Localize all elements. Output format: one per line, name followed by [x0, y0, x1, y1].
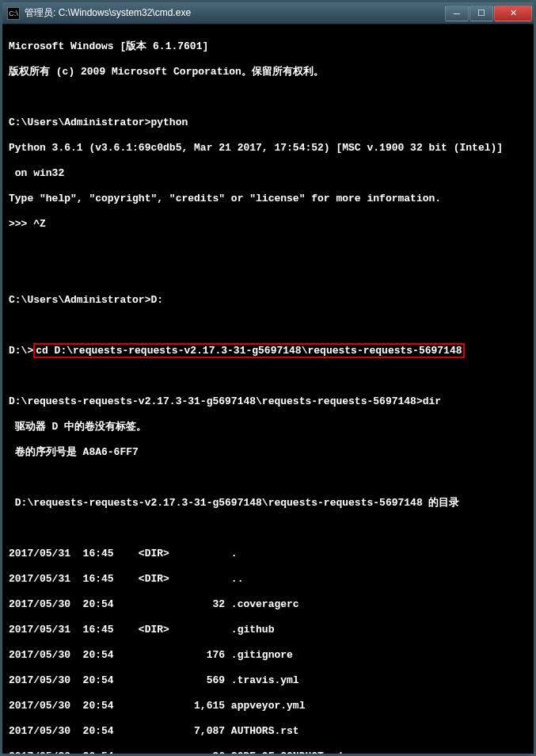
- volume-info: 驱动器 D 中的卷没有标签。: [9, 421, 527, 433]
- window-title: 管理员: C:\Windows\system32\cmd.exe: [25, 6, 444, 20]
- title-bar[interactable]: C:\ 管理员: C:\Windows\system32\cmd.exe ─ ☐…: [2, 2, 534, 25]
- python-exit: >>> ^Z: [9, 218, 527, 231]
- app-icon: C:\: [7, 7, 20, 20]
- cmd-window: C:\ 管理员: C:\Windows\system32\cmd.exe ─ ☐…: [2, 2, 534, 754]
- python-version: on win32: [9, 167, 527, 180]
- window-controls: ─ ☐ ✕: [444, 6, 532, 21]
- banner-line: Microsoft Windows [版本 6.1.7601]: [9, 40, 527, 53]
- highlighted-command-cd: cd D:\requests-requests-v2.17.3-31-g5697…: [33, 343, 464, 358]
- volume-serial: 卷的序列号是 A8A6-6FF7: [9, 446, 527, 459]
- dir-entry: 2017/05/30 20:54 176 .gitignore: [9, 649, 527, 662]
- prompt-line: D:\>cd D:\requests-requests-v2.17.3-31-g…: [9, 345, 527, 357]
- terminal-output[interactable]: Microsoft Windows [版本 6.1.7601] 版权所有 (c)…: [2, 25, 534, 754]
- close-button[interactable]: ✕: [494, 6, 532, 21]
- python-version: Python 3.6.1 (v3.6.1:69c0db5, Mar 21 201…: [9, 142, 527, 155]
- dir-entry: 2017/05/30 20:54 569 .travis.yml: [9, 674, 527, 687]
- dir-entry: 2017/05/31 16:45 <DIR> ..: [9, 573, 527, 586]
- prompt-line: D:\requests-requests-v2.17.3-31-g5697148…: [9, 395, 527, 408]
- maximize-button[interactable]: ☐: [469, 6, 493, 21]
- banner-line: 版权所有 (c) 2009 Microsoft Corporation。保留所有…: [9, 66, 527, 78]
- minimize-button[interactable]: ─: [445, 6, 469, 21]
- dir-entry: 2017/05/30 20:54 1,615 appveyor.yml: [9, 700, 527, 712]
- prompt-line: C:\Users\Administrator>D:: [9, 294, 527, 307]
- prompt-line: C:\Users\Administrator>python: [9, 116, 527, 129]
- dir-entry: 2017/05/30 20:54 7,087 AUTHORS.rst: [9, 725, 527, 738]
- python-help: Type "help", "copyright", "credits" or "…: [9, 193, 527, 205]
- dir-entry: 2017/05/30 20:54 32 .coveragerc: [9, 598, 527, 611]
- dir-entry: 2017/05/30 20:54 96 CODE_OF_CONDUCT.md: [9, 750, 527, 754]
- directory-of: D:\requests-requests-v2.17.3-31-g5697148…: [9, 497, 527, 510]
- dir-entry: 2017/05/31 16:45 <DIR> .github: [9, 624, 527, 636]
- dir-entry: 2017/05/31 16:45 <DIR> .: [9, 548, 527, 560]
